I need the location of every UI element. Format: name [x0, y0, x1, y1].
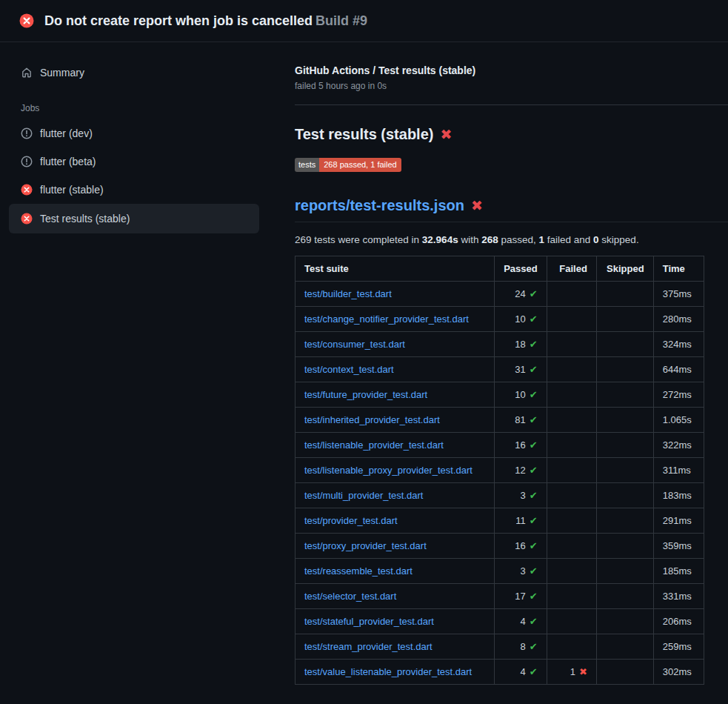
sidebar-item-flutter-stable[interactable]: flutter (stable) [9, 176, 259, 204]
section-heading-text: Test results (stable) [295, 126, 433, 143]
warning-circle-icon [21, 127, 33, 139]
check-icon: ✔ [530, 313, 538, 325]
failed-cell [547, 408, 596, 433]
passed-cell: 4✔ [495, 609, 547, 634]
suite-link[interactable]: test/future_provider_test.dart [304, 389, 427, 400]
skipped-cell [596, 584, 653, 609]
suite-link[interactable]: test/consumer_test.dart [304, 339, 405, 350]
check-icon: ✔ [530, 389, 538, 400]
suite-link[interactable]: test/stream_provider_test.dart [304, 641, 433, 652]
check-icon: ✔ [530, 641, 538, 652]
report-heading: reports/test-results.json ✖ [295, 197, 728, 222]
suite-link[interactable]: test/provider_test.dart [304, 515, 398, 526]
table-row: test/reassemble_test.dart3✔185ms [295, 559, 704, 584]
suite-cell: test/change_notifier_provider_test.dart [295, 307, 495, 332]
check-icon: ✔ [530, 540, 538, 551]
suite-cell: test/context_test.dart [295, 357, 495, 382]
suite-cell: test/proxy_provider_test.dart [295, 534, 495, 559]
summary-line: 269 tests were completed in 32.964s with… [295, 234, 728, 245]
suite-link[interactable]: test/selector_test.dart [304, 591, 396, 602]
check-icon: ✔ [530, 591, 538, 602]
report-link[interactable]: reports/test-results.json [295, 197, 464, 214]
warning-circle-icon [21, 156, 33, 167]
tests-badge: tests 268 passed, 1 failed [295, 158, 401, 172]
results-table-body: test/builder_test.dart24✔375mstest/chang… [295, 282, 704, 685]
build-number: Build #9 [315, 13, 367, 28]
suite-link[interactable]: test/context_test.dart [304, 364, 394, 375]
suite-link[interactable]: test/multi_provider_test.dart [304, 490, 423, 501]
sidebar-item-summary[interactable]: Summary [9, 59, 259, 87]
suite-cell: test/stream_provider_test.dart [295, 634, 495, 660]
table-row: test/provider_test.dart11✔291ms [295, 508, 704, 534]
run-status: failed 5 hours ago in 0s [295, 81, 728, 91]
failed-cell [547, 458, 596, 483]
skipped-cell [596, 307, 653, 332]
page-title: Do not create report when job is cancell… [44, 13, 367, 29]
passed-cell: 16✔ [495, 433, 547, 458]
time-cell: 302ms [653, 660, 704, 685]
failed-cell [547, 382, 596, 408]
check-icon: ✔ [530, 288, 538, 299]
suite-link[interactable]: test/change_notifier_provider_test.dart [304, 313, 469, 325]
time-cell: 322ms [653, 433, 704, 458]
passed-cell: 4✔ [495, 660, 547, 685]
check-icon: ✔ [530, 414, 538, 425]
suite-link[interactable]: test/value_listenable_provider_test.dart [304, 666, 472, 677]
sidebar-item-test-results-stable[interactable]: Test results (stable) [9, 204, 259, 233]
passed-cell: 81✔ [495, 408, 547, 433]
skipped-cell [596, 559, 653, 584]
suite-link[interactable]: test/listenable_proxy_provider_test.dart [304, 465, 472, 476]
table-row: test/listenable_proxy_provider_test.dart… [295, 458, 704, 483]
suite-cell: test/inherited_provider_test.dart [295, 408, 495, 433]
skipped-cell [596, 483, 653, 508]
suite-cell: test/value_listenable_provider_test.dart [295, 660, 495, 685]
header-bar: Do not create report when job is cancell… [0, 0, 728, 42]
skipped-cell [596, 534, 653, 559]
passed-cell: 31✔ [495, 357, 547, 382]
home-icon [21, 67, 33, 79]
divider [295, 104, 728, 105]
suite-cell: test/reassemble_test.dart [295, 559, 495, 584]
sidebar-item-flutter-beta[interactable]: flutter (beta) [9, 147, 259, 176]
x-circle-fill-icon [21, 184, 33, 196]
failed-cell [547, 534, 596, 559]
sidebar-item-label: flutter (beta) [40, 156, 96, 167]
x-circle-fill-icon [19, 13, 34, 28]
time-cell: 206ms [653, 609, 704, 634]
suite-cell: test/listenable_provider_test.dart [295, 433, 495, 458]
skipped-cell [596, 282, 653, 307]
table-row: test/consumer_test.dart18✔324ms [295, 332, 704, 357]
passed-cell: 16✔ [495, 534, 547, 559]
suite-link[interactable]: test/reassemble_test.dart [304, 565, 413, 577]
skipped-cell [596, 408, 653, 433]
passed-cell: 8✔ [495, 634, 547, 660]
sidebar-item-label: Summary [40, 67, 84, 79]
failed-cell [547, 584, 596, 609]
failed-cell [547, 307, 596, 332]
check-icon: ✔ [530, 339, 538, 350]
suite-link[interactable]: test/proxy_provider_test.dart [304, 540, 427, 551]
summary-passed-count: 268 [481, 234, 498, 245]
suite-link[interactable]: test/stateful_provider_test.dart [304, 616, 434, 627]
suite-link[interactable]: test/builder_test.dart [304, 288, 392, 299]
suite-cell: test/listenable_proxy_provider_test.dart [295, 458, 495, 483]
table-row: test/context_test.dart31✔644ms [295, 357, 704, 382]
main-content: GitHub Actions / Test results (stable) f… [268, 42, 728, 704]
col-header-test-suite: Test suite [295, 256, 495, 282]
passed-cell: 18✔ [495, 332, 547, 357]
skipped-cell [596, 433, 653, 458]
col-header-skipped: Skipped [596, 256, 653, 282]
passed-cell: 3✔ [495, 483, 547, 508]
suite-link[interactable]: test/listenable_provider_test.dart [304, 439, 444, 451]
failed-cross-icon: ✖ [471, 197, 483, 214]
time-cell: 359ms [653, 534, 704, 559]
cross-icon: ✖ [579, 666, 587, 677]
table-row: test/proxy_provider_test.dart16✔359ms [295, 534, 704, 559]
check-icon: ✔ [530, 465, 538, 476]
failed-cell [547, 508, 596, 534]
sidebar-item-flutter-dev[interactable]: flutter (dev) [9, 119, 259, 147]
suite-link[interactable]: test/inherited_provider_test.dart [304, 414, 440, 425]
x-circle-fill-icon [21, 213, 33, 225]
failed-cross-icon: ✖ [440, 126, 452, 143]
col-header-time: Time [653, 256, 704, 282]
